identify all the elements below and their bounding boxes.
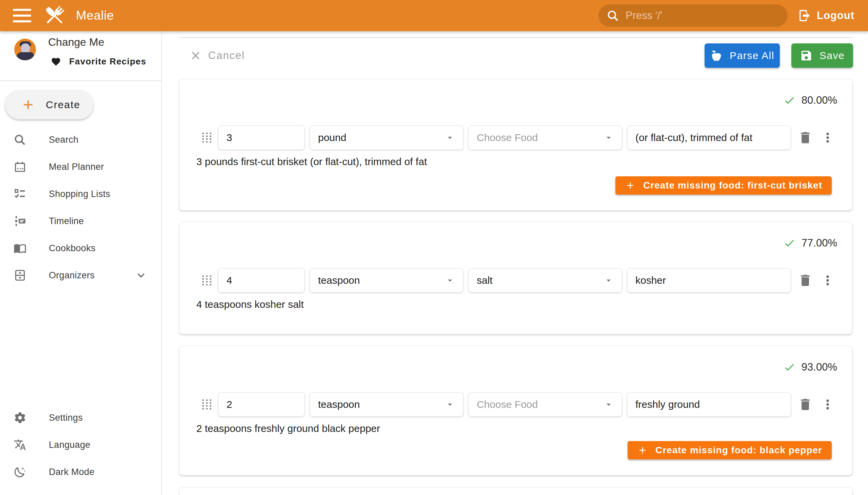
global-search[interactable] (598, 4, 788, 27)
ingredient-fields-row: teaspoon Choose Food (200, 392, 838, 417)
sidebar-item-label: Settings (49, 413, 83, 423)
sidebar-item-language[interactable]: Language (0, 431, 161, 458)
drag-handle-icon[interactable] (200, 396, 213, 413)
caret-down-icon (445, 275, 455, 286)
unit-select[interactable]: pound (310, 125, 463, 150)
note-input[interactable] (635, 275, 783, 286)
save-label: Save (819, 50, 845, 62)
unit-select[interactable]: teaspoon (310, 392, 463, 417)
quantity-input[interactable] (226, 132, 296, 143)
logout-label: Logout (817, 10, 854, 22)
search-icon (607, 9, 619, 22)
checklist-icon (14, 187, 27, 200)
ingredient-fields-row: pound Choose Food (200, 125, 838, 150)
chevron-down-icon[interactable] (135, 269, 147, 281)
kebab-menu-icon[interactable] (820, 397, 835, 412)
logout-button[interactable]: Logout (798, 9, 854, 22)
translate-icon (14, 438, 27, 451)
confidence-value: 80.00% (802, 94, 837, 106)
note-input[interactable] (635, 399, 783, 410)
kebab-menu-icon[interactable] (820, 130, 835, 145)
user-profile[interactable]: Change Me Favorite Recipes (0, 31, 161, 80)
confidence-indicator: 93.00% (783, 361, 837, 373)
quantity-field[interactable] (218, 268, 305, 293)
sidebar-item-dark-mode[interactable]: Dark Mode (0, 458, 161, 485)
create-missing-food-button[interactable]: Create missing food: black pepper (628, 441, 832, 459)
create-missing-food-button[interactable]: Create missing food: first-cut brisket (615, 176, 832, 194)
check-icon (783, 237, 796, 249)
sidebar-item-label: Search (49, 135, 78, 145)
quantity-input[interactable] (226, 275, 296, 286)
parser-toolbar: Cancel Parse All Save (180, 44, 853, 68)
cancel-label: Cancel (208, 50, 245, 62)
quantity-input[interactable] (226, 399, 296, 410)
sidebar-item-label: Cookbooks (49, 243, 96, 254)
calendar-icon (14, 160, 27, 173)
gear-icon (14, 411, 27, 424)
food-select[interactable]: Choose Food (468, 125, 622, 150)
unit-select[interactable]: teaspoon (310, 268, 463, 293)
confidence-value: 77.00% (802, 237, 837, 249)
moon-icon (14, 465, 27, 478)
sidebar-item-timeline[interactable]: Timeline (0, 207, 161, 235)
cancel-button[interactable]: Cancel (189, 44, 245, 68)
heart-icon (51, 57, 61, 67)
note-field[interactable] (627, 268, 791, 293)
menu-icon[interactable] (13, 9, 31, 22)
original-ingredient-text: 2 teaspoons freshly ground black pepper (196, 423, 380, 434)
sidebar-item-search[interactable]: Search (0, 126, 161, 153)
ingredient-fields-row: teaspoon salt (200, 268, 838, 293)
quantity-field[interactable] (218, 392, 305, 417)
app-title: Mealie (76, 8, 114, 23)
drag-handle-icon[interactable] (200, 272, 213, 289)
app-window: Mealie Logout Change Me Favorite Recipes… (0, 0, 868, 495)
unit-value: teaspoon (318, 275, 360, 286)
check-icon (783, 361, 796, 373)
content-top-divider (180, 37, 852, 38)
sidebar-item-cookbooks[interactable]: Cookbooks (0, 235, 161, 262)
quantity-field[interactable] (218, 125, 305, 150)
ingredient-card-partial (179, 487, 852, 495)
sidebar: Change Me Favorite Recipes Create Search… (0, 31, 162, 495)
create-missing-food-label: Create missing food: first-cut brisket (643, 180, 822, 191)
note-input[interactable] (635, 132, 783, 143)
trash-icon[interactable] (798, 397, 813, 412)
save-icon (800, 49, 813, 62)
create-button[interactable]: Create (5, 90, 93, 119)
trash-icon[interactable] (798, 130, 813, 145)
logout-icon (798, 9, 811, 22)
food-placeholder: Choose Food (477, 399, 538, 410)
avatar (14, 39, 36, 61)
favorite-recipes-link[interactable]: Favorite Recipes (51, 56, 146, 67)
parse-all-label: Parse All (730, 50, 775, 62)
sidebar-item-label: Timeline (49, 216, 84, 226)
note-field[interactable] (627, 392, 791, 417)
food-value: salt (477, 275, 493, 286)
kebab-menu-icon[interactable] (820, 273, 835, 288)
search-input[interactable] (626, 10, 780, 22)
save-button[interactable]: Save (792, 44, 853, 68)
plus-icon (21, 97, 36, 112)
parse-all-button[interactable]: Parse All (704, 44, 780, 68)
caret-down-icon (603, 275, 614, 286)
organizer-icon (14, 269, 27, 282)
sidebar-item-meal-planner[interactable]: Meal Planner (0, 153, 161, 181)
original-ingredient-text: 3 pounds first-cut brisket (or flat-cut)… (196, 156, 427, 168)
sidebar-item-label: Meal Planner (49, 162, 104, 172)
confidence-value: 93.00% (802, 361, 837, 373)
sidebar-item-label: Shopping Lists (49, 189, 110, 199)
note-field[interactable] (627, 125, 791, 150)
timeline-icon (14, 215, 27, 227)
food-placeholder: Choose Food (477, 132, 538, 143)
sidebar-item-organizers[interactable]: Organizers (0, 262, 161, 289)
drag-handle-icon[interactable] (200, 130, 213, 146)
sidebar-item-shopping-lists[interactable]: Shopping Lists (0, 181, 161, 207)
apple-icon (710, 49, 723, 62)
ingredient-card: 77.00% teaspoon salt (179, 222, 852, 334)
trash-icon[interactable] (798, 273, 813, 288)
user-name: Change Me (48, 36, 104, 49)
food-select[interactable]: salt (468, 268, 622, 293)
sidebar-item-settings[interactable]: Settings (0, 404, 161, 431)
food-select[interactable]: Choose Food (468, 392, 622, 417)
plus-icon (637, 445, 648, 456)
